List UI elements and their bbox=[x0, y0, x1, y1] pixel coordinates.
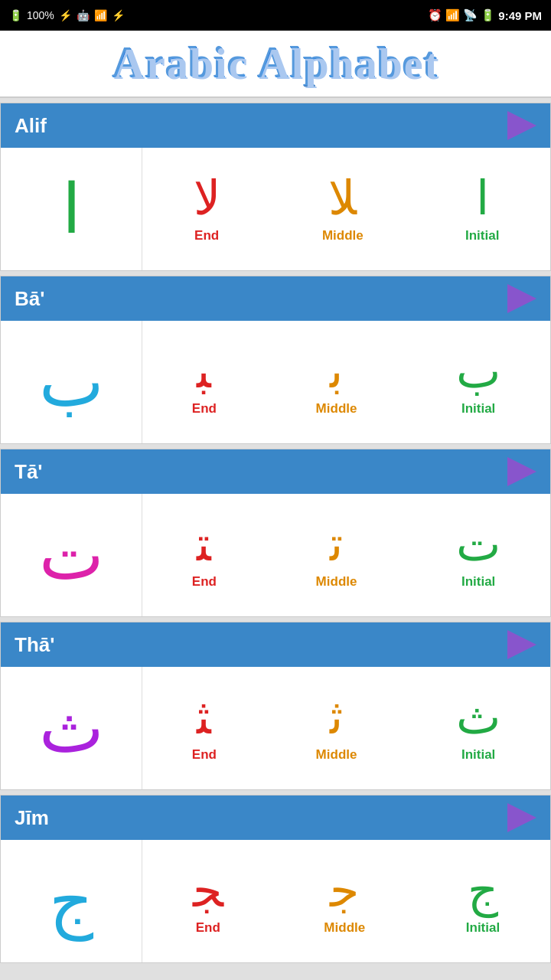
signal-icon: 📶 bbox=[94, 9, 107, 21]
form-item-0-0[interactable]: ﻻEnd bbox=[194, 175, 220, 243]
form-char-2-1: ﺗ bbox=[330, 521, 343, 568]
form-char-1-0: ﺒ bbox=[197, 348, 211, 395]
form-item-0-2[interactable]: اInitial bbox=[465, 175, 499, 243]
form-label-4-1: Middle bbox=[324, 920, 365, 936]
form-label-2-0: End bbox=[192, 574, 217, 590]
form-item-3-2[interactable]: ﺙInitial bbox=[456, 694, 500, 763]
form-label-2-1: Middle bbox=[316, 574, 357, 590]
form-char-0-2: ا bbox=[476, 175, 489, 222]
form-item-4-1[interactable]: ﺟMiddle bbox=[324, 867, 365, 936]
section-title-4: Jīm bbox=[15, 806, 49, 830]
form-item-1-1[interactable]: ﺑMiddle bbox=[316, 348, 357, 416]
letter-content-0: اﻻEndﻼMiddleاInitial bbox=[1, 148, 550, 270]
form-label-0-1: Middle bbox=[322, 228, 364, 243]
form-char-0-1: ﻼ bbox=[328, 175, 357, 222]
play-button-2[interactable] bbox=[507, 457, 536, 486]
form-label-1-0: End bbox=[192, 401, 217, 416]
play-button-0[interactable] bbox=[507, 111, 536, 140]
status-bar: 🔋 100% ⚡ 🤖 📶 ⚡ ⏰ 📶 📡 🔋 9:49 PM bbox=[0, 0, 551, 31]
letter-content-3: ثﺜEndﺛMiddleﺙInitial bbox=[1, 667, 550, 789]
form-label-1-1: Middle bbox=[316, 401, 357, 416]
letter-section-alif: AlifاﻻEndﻼMiddleاInitial bbox=[0, 103, 551, 271]
wifi-icon: 📶 bbox=[445, 8, 460, 22]
form-char-4-2: ﺝ bbox=[468, 867, 498, 914]
form-char-3-2: ﺙ bbox=[456, 694, 500, 741]
form-char-2-0: ﺘ bbox=[197, 521, 211, 568]
status-left: 🔋 100% ⚡ 🤖 📶 ⚡ bbox=[9, 9, 125, 21]
section-title-1: Bā' bbox=[15, 287, 44, 311]
form-item-3-0[interactable]: ﺜEnd bbox=[192, 694, 217, 763]
main-letter-4[interactable]: ج bbox=[1, 840, 142, 962]
time-display: 9:49 PM bbox=[498, 9, 542, 22]
android-icon: 🤖 bbox=[77, 9, 90, 21]
play-button-4[interactable] bbox=[507, 803, 536, 832]
form-item-0-1[interactable]: ﻼMiddle bbox=[322, 175, 364, 243]
letter-section-jm: JīmجﺠEndﺟMiddleﺝInitial bbox=[0, 795, 551, 963]
form-label-0-0: End bbox=[194, 228, 219, 243]
status-right: ⏰ 📶 📡 🔋 9:49 PM bbox=[428, 8, 542, 22]
letter-forms-4: ﺠEndﺟMiddleﺝInitial bbox=[142, 840, 550, 962]
form-label-4-2: Initial bbox=[466, 920, 500, 936]
form-label-2-2: Initial bbox=[461, 574, 495, 590]
main-letter-3[interactable]: ث bbox=[1, 667, 142, 789]
section-header-1[interactable]: Bā' bbox=[1, 276, 550, 321]
form-char-3-0: ﺜ bbox=[197, 694, 211, 741]
section-header-0[interactable]: Alif bbox=[1, 103, 550, 148]
main-letter-2[interactable]: ت bbox=[1, 494, 142, 616]
main-letter-1[interactable]: ب bbox=[1, 321, 142, 443]
form-item-1-0[interactable]: ﺒEnd bbox=[192, 348, 217, 416]
form-char-1-2: ﺏ bbox=[456, 348, 500, 395]
letter-forms-3: ﺜEndﺛMiddleﺙInitial bbox=[142, 667, 550, 789]
section-title-2: Tā' bbox=[15, 460, 43, 484]
section-header-2[interactable]: Tā' bbox=[1, 449, 550, 494]
main-char-1: ب bbox=[39, 348, 104, 416]
play-button-3[interactable] bbox=[507, 630, 536, 659]
section-header-3[interactable]: Thā' bbox=[1, 622, 550, 667]
form-char-1-1: ﺑ bbox=[330, 348, 343, 395]
form-item-2-1[interactable]: ﺗMiddle bbox=[316, 521, 357, 590]
form-label-3-0: End bbox=[192, 747, 217, 763]
form-char-4-1: ﺟ bbox=[330, 867, 359, 914]
alarm-icon: ⏰ bbox=[428, 8, 442, 22]
letter-content-1: بﺒEndﺑMiddleﺏInitial bbox=[1, 321, 550, 443]
play-button-1[interactable] bbox=[507, 284, 536, 313]
form-char-0-0: ﻻ bbox=[194, 175, 220, 222]
form-label-4-0: End bbox=[196, 920, 220, 936]
section-header-4[interactable]: Jīm bbox=[1, 795, 550, 840]
battery-percent: 100% bbox=[27, 9, 54, 21]
letter-content-4: جﺠEndﺟMiddleﺝInitial bbox=[1, 840, 550, 962]
form-char-2-2: ﺕ bbox=[456, 521, 500, 568]
form-item-3-1[interactable]: ﺛMiddle bbox=[316, 694, 357, 763]
letter-content-2: تﺘEndﺗMiddleﺕInitial bbox=[1, 494, 550, 616]
main-letter-0[interactable]: ا bbox=[1, 148, 142, 270]
form-label-3-1: Middle bbox=[316, 747, 357, 763]
section-title-3: Thā' bbox=[15, 633, 54, 657]
form-label-1-2: Initial bbox=[461, 401, 495, 416]
letter-section-b: Bā'بﺒEndﺑMiddleﺏInitial bbox=[0, 276, 551, 444]
form-label-3-2: Initial bbox=[461, 747, 495, 763]
battery-full-icon: 🔋 bbox=[481, 8, 495, 22]
form-item-4-0[interactable]: ﺠEnd bbox=[193, 867, 223, 936]
flash-icon: ⚡ bbox=[112, 9, 125, 21]
letter-section-th: Thā'ثﺜEndﺛMiddleﺙInitial bbox=[0, 622, 551, 790]
form-label-0-2: Initial bbox=[465, 228, 499, 243]
section-title-0: Alif bbox=[15, 114, 47, 138]
app-title-bar: Arabic Alphabet bbox=[0, 31, 551, 98]
form-item-2-2[interactable]: ﺕInitial bbox=[456, 521, 500, 590]
letter-section-t: Tā'تﺘEndﺗMiddleﺕInitial bbox=[0, 449, 551, 617]
main-char-4: ج bbox=[49, 867, 93, 936]
app-title: Arabic Alphabet bbox=[0, 38, 551, 87]
form-char-4-0: ﺠ bbox=[193, 867, 223, 914]
battery-icon: 🔋 bbox=[9, 9, 22, 21]
form-item-1-2[interactable]: ﺏInitial bbox=[456, 348, 500, 416]
letter-forms-2: ﺘEndﺗMiddleﺕInitial bbox=[142, 494, 550, 616]
letter-forms-0: ﻻEndﻼMiddleاInitial bbox=[142, 148, 550, 270]
form-item-2-0[interactable]: ﺘEnd bbox=[192, 521, 217, 590]
form-item-4-2[interactable]: ﺝInitial bbox=[466, 867, 500, 936]
sections-container: AlifاﻻEndﻼMiddleاInitialBā'بﺒEndﺑMiddleﺏ… bbox=[0, 103, 551, 963]
main-char-2: ت bbox=[39, 521, 104, 590]
usb-icon: ⚡ bbox=[59, 9, 72, 21]
letter-forms-1: ﺒEndﺑMiddleﺏInitial bbox=[142, 321, 550, 443]
network-icon: 📡 bbox=[463, 8, 478, 22]
form-char-3-1: ﺛ bbox=[330, 694, 343, 741]
